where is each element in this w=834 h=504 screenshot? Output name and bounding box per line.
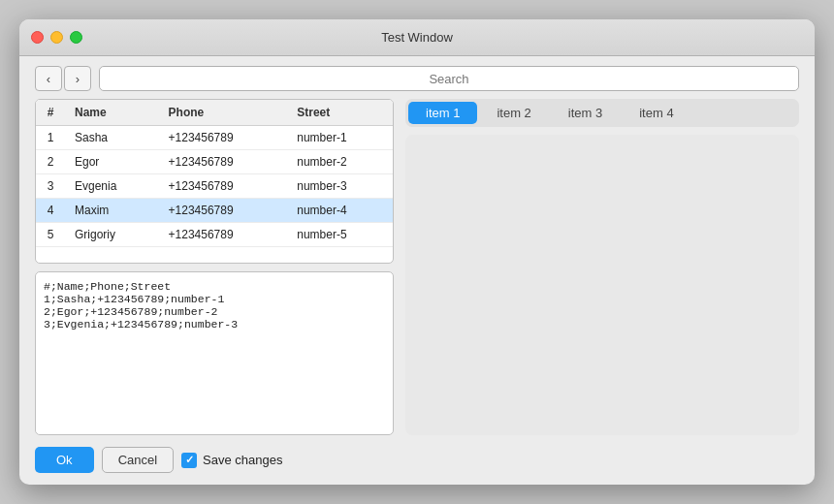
cell-street: number-3	[287, 174, 393, 199]
tab-item4[interactable]: item 4	[622, 102, 690, 124]
table-row[interactable]: 2 Egor +123456789 number-2	[36, 150, 393, 174]
cell-name: Evgenia	[65, 174, 159, 199]
cell-id: 2	[36, 150, 65, 174]
cell-phone: +123456789	[159, 126, 288, 150]
main-area: # Name Phone Street 1 Sasha +123456789 n…	[35, 99, 799, 435]
cell-street: number-4	[287, 199, 393, 223]
title-bar: Test Window	[19, 19, 815, 56]
cell-phone: +123456789	[159, 199, 288, 223]
tab-content-area	[405, 135, 799, 435]
bottom-bar: Ok Cancel ✓ Save changes	[35, 443, 799, 473]
table-row[interactable]: 4 Maxim +123456789 number-4	[36, 199, 393, 223]
cell-id: 4	[36, 199, 65, 223]
cell-name: Sasha	[65, 126, 159, 150]
cancel-button[interactable]: Cancel	[102, 447, 174, 473]
col-street: Street	[287, 100, 393, 126]
close-button[interactable]	[31, 31, 44, 44]
data-table-container: # Name Phone Street 1 Sasha +123456789 n…	[35, 99, 394, 264]
data-table: # Name Phone Street 1 Sasha +123456789 n…	[36, 100, 393, 247]
save-changes-checkbox[interactable]: ✓	[181, 453, 197, 468]
col-id: #	[36, 100, 65, 126]
cell-name: Maxim	[65, 199, 159, 223]
save-changes-text: Save changes	[203, 453, 282, 467]
data-textarea[interactable]	[35, 271, 394, 435]
tab-item2[interactable]: item 2	[479, 102, 548, 124]
minimize-button[interactable]	[50, 31, 63, 44]
main-window: Test Window ‹ › # Name	[19, 19, 815, 485]
table-row[interactable]: 5 Grigoriy +123456789 number-5	[36, 223, 393, 247]
cell-street: number-5	[287, 223, 393, 247]
table-header-row: # Name Phone Street	[36, 100, 393, 126]
ok-button[interactable]: Ok	[35, 447, 94, 473]
cell-name: Grigoriy	[65, 223, 159, 247]
back-button[interactable]: ‹	[35, 66, 62, 91]
cell-phone: +123456789	[159, 174, 288, 199]
right-panel: item 1item 2item 3item 4	[405, 99, 799, 435]
col-name: Name	[65, 100, 159, 126]
tab-item3[interactable]: item 3	[551, 102, 620, 124]
check-icon: ✓	[185, 454, 194, 466]
top-bar: ‹ ›	[35, 66, 799, 91]
left-panel: # Name Phone Street 1 Sasha +123456789 n…	[35, 99, 394, 435]
forward-button[interactable]: ›	[64, 66, 91, 91]
maximize-button[interactable]	[70, 31, 82, 44]
cell-id: 5	[36, 223, 65, 247]
cell-street: number-2	[287, 150, 393, 174]
cell-phone: +123456789	[159, 150, 288, 174]
cell-phone: +123456789	[159, 223, 288, 247]
cell-id: 1	[36, 126, 65, 150]
content-area: ‹ › # Name Phone Street	[19, 56, 815, 485]
tab-item1[interactable]: item 1	[408, 102, 477, 124]
save-changes-label[interactable]: ✓ Save changes	[181, 453, 282, 468]
traffic-lights	[31, 31, 82, 44]
nav-buttons: ‹ ›	[35, 66, 91, 91]
cell-street: number-1	[287, 126, 393, 150]
cell-id: 3	[36, 174, 65, 199]
cell-name: Egor	[65, 150, 159, 174]
tabs-bar: item 1item 2item 3item 4	[405, 99, 799, 127]
col-phone: Phone	[159, 100, 288, 126]
search-input[interactable]	[99, 66, 799, 91]
table-row[interactable]: 1 Sasha +123456789 number-1	[36, 126, 393, 150]
table-row[interactable]: 3 Evgenia +123456789 number-3	[36, 174, 393, 199]
window-title: Test Window	[381, 30, 453, 45]
